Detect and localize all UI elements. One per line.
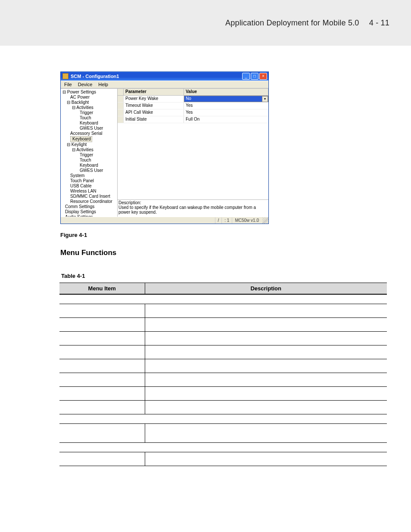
menu-help[interactable]: Help — [98, 82, 108, 87]
tree-comm-settings[interactable]: Comm Settings — [61, 204, 117, 209]
tree-touch-panel[interactable]: Touch Panel — [61, 178, 117, 184]
menu-functions-table: Menu Item Description — [59, 283, 387, 466]
tree-touch-2[interactable]: Touch — [61, 158, 117, 163]
tree-trigger-2[interactable]: Trigger — [61, 152, 117, 158]
figure-caption: Figure 4-1 — [60, 232, 87, 238]
row-header-icon — [118, 103, 124, 109]
table-cell — [145, 423, 387, 442]
menu-device[interactable]: Device — [78, 82, 93, 87]
table-cell — [145, 317, 387, 331]
window-title: SCM - Configuration1 — [71, 74, 242, 79]
tree-power-settings[interactable]: ⊟ Power Settings — [61, 90, 117, 95]
grid-row[interactable]: Power Key Wake No ▾ — [118, 96, 268, 103]
section-heading: Menu Functions — [60, 249, 116, 257]
tree-resource-coordinator[interactable]: Resource Coordinator — [61, 199, 117, 204]
header-title-text: Application Deployment for Mobile 5.0 — [225, 19, 359, 27]
table-cell — [59, 423, 145, 442]
param-cell[interactable]: Power Key Wake — [124, 96, 184, 102]
table-cell — [145, 359, 387, 373]
tree-audio-settings[interactable]: Audio Settings — [61, 215, 117, 217]
page-header: Application Deployment for Mobile 5.0 4 … — [0, 0, 411, 46]
tree-activities-2[interactable]: ⊟ Activities — [61, 147, 117, 152]
tree-keyboard-2[interactable]: Keyboard — [61, 163, 117, 168]
page-number: 4 - 11 — [369, 19, 389, 27]
tree-pane[interactable]: ⊟ Power Settings AC Power ⊟ Backlight ⊟ … — [61, 89, 118, 217]
grid-corner — [118, 89, 124, 95]
menubar: File Device Help — [61, 81, 268, 88]
table-cell — [145, 331, 387, 345]
grid-spacer — [118, 123, 268, 199]
tree-gwes-1[interactable]: GWES User — [61, 126, 117, 131]
th-menu-item: Menu Item — [59, 283, 145, 295]
scm-window: SCM - Configuration1 _ □ × File Device H… — [60, 72, 269, 224]
table-cell — [59, 373, 145, 386]
page-header-title: Application Deployment for Mobile 5.0 4 … — [225, 19, 389, 28]
grid-header-value[interactable]: Value — [184, 89, 268, 95]
param-cell[interactable]: Initial State — [124, 116, 184, 123]
tree-ac-power[interactable]: AC Power — [61, 95, 117, 100]
table-category-row — [59, 442, 387, 452]
close-button[interactable]: × — [259, 73, 267, 80]
tree-keyboard-sel[interactable]: Keyboard — [70, 136, 92, 142]
grid-header-param[interactable]: Parameter — [124, 89, 184, 95]
table-cell — [59, 331, 145, 345]
dropdown-arrow-icon[interactable]: ▾ — [262, 96, 268, 102]
window-body: ⊟ Power Settings AC Power ⊟ Backlight ⊟ … — [61, 88, 268, 217]
table-category-row — [59, 294, 387, 304]
grid-row[interactable]: Initial State Full On — [118, 116, 268, 123]
table-cell — [145, 345, 387, 359]
tree-accessory-serial[interactable]: Accessory Serial — [61, 131, 117, 136]
grid-row[interactable]: Timeout Wake Yes — [118, 103, 268, 109]
content-area: SCM - Configuration1 _ □ × File Device H… — [0, 46, 411, 483]
tree-keylight[interactable]: ⊟ Keylight — [61, 142, 117, 147]
tree-system[interactable]: System — [61, 173, 117, 178]
value-cell[interactable]: Yes — [184, 109, 268, 116]
grid-pane: Parameter Value Power Key Wake No ▾ — [118, 89, 268, 217]
resize-grip-icon[interactable] — [262, 218, 268, 224]
value-text: No — [186, 96, 191, 101]
table-cell — [145, 373, 387, 386]
table-category-row — [59, 414, 387, 423]
tree-keyboard-1[interactable]: Keyboard — [61, 121, 117, 126]
tree-sdmmc[interactable]: SD/MMC Card Insert — [61, 194, 117, 199]
status-slash: / — [215, 218, 222, 224]
window-buttons: _ □ × — [242, 73, 267, 80]
table-cell — [145, 386, 387, 400]
row-header-icon — [118, 96, 124, 102]
table-cell — [59, 304, 145, 317]
value-cell[interactable]: Full On — [184, 116, 268, 123]
param-cell[interactable]: API Call Wake — [124, 109, 184, 116]
grid-row[interactable]: API Call Wake Yes — [118, 109, 268, 116]
titlebar[interactable]: SCM - Configuration1 _ □ × — [61, 72, 268, 81]
description-pane: Description: Used to specify if the Keyb… — [118, 199, 268, 217]
table-cell — [145, 304, 387, 317]
table-cell — [59, 359, 145, 373]
grid-rows: Power Key Wake No ▾ Timeout Wake Yes API — [118, 96, 268, 123]
value-cell[interactable]: Yes — [184, 103, 268, 109]
tree-touch-1[interactable]: Touch — [61, 115, 117, 121]
row-header-icon — [118, 116, 124, 123]
status-model: MC50w v1.0 — [232, 218, 262, 224]
table-cell — [59, 317, 145, 331]
tree-wireless-lan[interactable]: Wireless LAN — [61, 189, 117, 194]
param-cell[interactable]: Timeout Wake — [124, 103, 184, 109]
th-description: Description — [145, 283, 387, 295]
status-ratio: : 1 — [221, 218, 232, 224]
minimize-button[interactable]: _ — [242, 73, 250, 80]
tree-trigger-1[interactable]: Trigger — [61, 110, 117, 115]
menu-file[interactable]: File — [64, 82, 72, 87]
table-cell — [145, 400, 387, 414]
tree-backlight[interactable]: ⊟ Backlight — [61, 100, 117, 105]
tree-usb-cable[interactable]: USB Cable — [61, 184, 117, 189]
table-cell — [145, 452, 387, 466]
app-icon — [62, 73, 68, 79]
table-caption: Table 4-1 — [61, 273, 85, 279]
tree-activities-1[interactable]: ⊟ Activities — [61, 105, 117, 110]
value-cell[interactable]: No ▾ — [184, 96, 268, 102]
tree-display-settings[interactable]: Display Settings — [61, 209, 117, 215]
desc-label: Description: — [118, 200, 268, 205]
desc-text: Used to specify if the Keyboard can wake… — [118, 205, 268, 215]
tree-gwes-2[interactable]: GWES User — [61, 168, 117, 173]
maximize-button[interactable]: □ — [251, 73, 258, 80]
table-cell — [59, 345, 145, 359]
